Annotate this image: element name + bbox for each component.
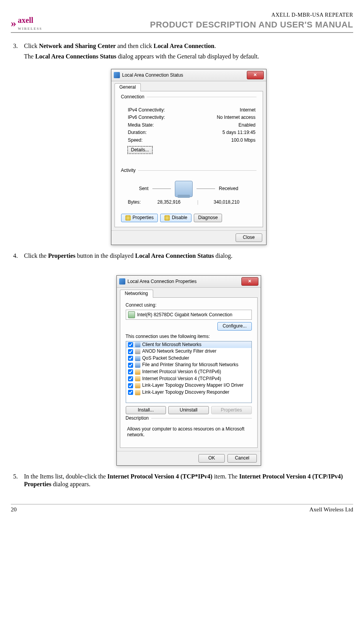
text: Click <box>24 43 39 49</box>
driver-icon <box>135 349 140 354</box>
ok-button[interactable]: OK <box>198 454 224 463</box>
text: Internet Protocol Version 4 (TCP*IPv4) <box>108 473 213 480</box>
list-item[interactable]: Link-Layer Topology Discovery Responder <box>126 389 251 396</box>
text: item. The <box>212 473 239 480</box>
dialog-titlebar: Local Area Connection Properties ✕ <box>117 276 261 288</box>
nic-name: Intel(R) 82578DC Gigabit Network Connect… <box>137 312 232 318</box>
instruction-list: Click Network and Sharing Center and the… <box>11 42 353 489</box>
row-media: Media State:Enabled <box>121 122 256 129</box>
client-icon <box>135 342 140 347</box>
disable-button[interactable]: Disable <box>160 214 191 222</box>
connect-using-label: Connect using: <box>126 302 252 309</box>
connection-items-list[interactable]: Client for Microsoft Networks ANOD Netwo… <box>126 341 252 403</box>
text: Network and Sharing Center <box>39 43 116 49</box>
header-product-line: AXELL D-MBR-USA REPEATER <box>150 12 353 19</box>
page-header: » axell WIRELESS AXELL D-MBR-USA REPEATE… <box>11 12 353 33</box>
text: Local Area Connection Status <box>135 252 214 259</box>
uninstall-button[interactable]: Uninstall <box>168 406 209 415</box>
row-speed: Speed:100.0 Mbps <box>121 137 256 144</box>
lltd-icon <box>135 390 140 395</box>
dialog-title: Local Area Connection Status <box>122 72 183 79</box>
item-checkbox[interactable] <box>128 363 133 368</box>
item-checkbox[interactable] <box>128 376 133 381</box>
dialog-title: Local Area Connection Properties <box>128 279 197 285</box>
footer-company: Axell Wireless Ltd <box>309 506 353 514</box>
network-icon <box>175 181 193 197</box>
item-checkbox[interactable] <box>128 390 133 395</box>
text: Local Area Connection <box>154 43 214 49</box>
window-icon <box>119 278 125 285</box>
cancel-button[interactable]: Cancel <box>227 454 256 463</box>
text: dialog. <box>214 252 232 259</box>
nic-field: Intel(R) 82578DC Gigabit Network Connect… <box>126 310 252 320</box>
activity-legend: Activity <box>121 168 138 174</box>
lltd-icon <box>135 383 140 388</box>
sent-label: Sent <box>139 186 149 192</box>
text: Click the <box>24 252 48 259</box>
text: The <box>24 53 35 60</box>
list-item[interactable]: QoS Packet Scheduler <box>126 355 251 362</box>
bytes-sent: 28,352,916 <box>141 199 197 206</box>
text: dialog appears with the General tab disp… <box>116 53 259 60</box>
install-button[interactable]: Install... <box>126 406 166 415</box>
list-item[interactable]: Internet Protocol Version 6 (TCP/IPv6) <box>126 369 251 376</box>
text: dialog appears. <box>51 481 91 487</box>
list-item[interactable]: ANOD Network Security Filter driver <box>126 348 251 355</box>
window-icon <box>114 72 120 78</box>
item-checkbox[interactable] <box>128 342 133 347</box>
logo-mark-icon: » <box>11 16 16 30</box>
brand-name: axell <box>18 16 33 24</box>
protocol-icon <box>135 376 140 381</box>
connection-legend: Connection <box>121 94 147 100</box>
close-icon[interactable]: ✕ <box>247 71 264 79</box>
activity-graphic: Sent Received <box>121 181 256 197</box>
row-ipv4: IPv4 Connectivity:Internet <box>121 106 256 114</box>
step-4: Click the Properties button in the displ… <box>11 252 353 466</box>
text: Local Area Connections Status <box>35 53 116 60</box>
qos-icon <box>135 356 140 361</box>
properties-button[interactable]: Properties <box>121 214 158 222</box>
share-icon <box>135 362 140 368</box>
tab-general[interactable]: General <box>114 83 141 91</box>
list-item[interactable]: Link-Layer Topology Discovery Mapper I/O… <box>126 382 251 389</box>
details-button[interactable]: Details... <box>127 146 153 154</box>
disable-icon <box>164 215 170 221</box>
bytes-label: Bytes: <box>128 199 141 206</box>
item-checkbox[interactable] <box>128 349 133 354</box>
brand-sub: WIRELESS <box>18 27 42 31</box>
header-doc-title: PRODUCT DESCRIPTION AND USER'S MANUAL <box>150 19 353 31</box>
nic-icon <box>128 311 135 318</box>
item-checkbox[interactable] <box>128 383 133 388</box>
text: In the Items list, double-click the <box>24 473 108 480</box>
diagnose-button[interactable]: Diagnose <box>194 214 222 222</box>
protocol-icon <box>135 369 140 375</box>
text: Properties <box>48 252 75 259</box>
step-5: In the Items list, double-click the Inte… <box>11 473 353 489</box>
brand-logo: » axell WIRELESS <box>11 16 42 30</box>
properties-icon <box>125 215 131 221</box>
text: and then click <box>116 43 154 49</box>
list-item[interactable]: Client for Microsoft Networks <box>126 341 251 348</box>
page-footer: 20 Axell Wireless Ltd <box>11 504 353 514</box>
items-label: This connection uses the following items… <box>126 334 252 340</box>
close-button[interactable]: Close <box>236 233 262 242</box>
bytes-received: 340,018,210 <box>198 199 255 206</box>
item-properties-button[interactable]: Properties <box>211 406 252 415</box>
item-checkbox[interactable] <box>128 369 133 374</box>
dialog-titlebar: Local Area Connection Status ✕ <box>111 69 266 81</box>
local-area-connection-properties-dialog: Local Area Connection Properties ✕ Netwo… <box>116 275 261 465</box>
configure-button[interactable]: Configure... <box>217 322 251 331</box>
item-checkbox[interactable] <box>128 356 133 361</box>
list-item[interactable]: File and Printer Sharing for Microsoft N… <box>126 362 251 369</box>
received-label: Received <box>219 186 238 192</box>
text: . <box>214 43 216 49</box>
text: button in the displayed <box>75 252 135 259</box>
list-item[interactable]: Internet Protocol Version 4 (TCP/IPv4) <box>126 376 251 382</box>
tab-networking[interactable]: Networking <box>120 290 153 298</box>
row-ipv6: IPv6 Connectivity:No Internet access <box>121 114 256 122</box>
row-duration: Duration:5 days 11:19:45 <box>121 129 256 137</box>
description-text: Allows your computer to access resources… <box>126 426 252 442</box>
step-3: Click Network and Sharing Center and the… <box>11 42 353 245</box>
description-legend: Description <box>126 415 151 422</box>
close-icon[interactable]: ✕ <box>241 277 258 286</box>
